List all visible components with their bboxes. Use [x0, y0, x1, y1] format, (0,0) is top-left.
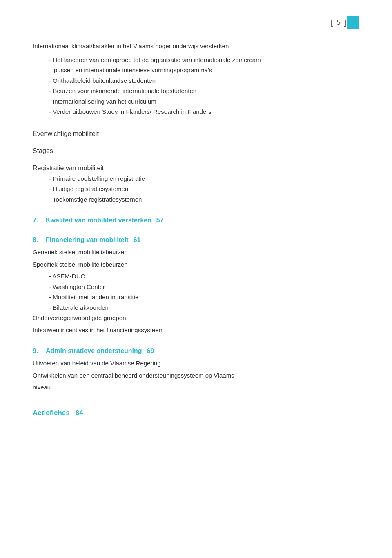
ontwikkelen-systeem-2: niveau [33, 382, 359, 393]
intro-item-3: - Beurzen voor inkomende internationale … [33, 86, 359, 96]
page-number-square [347, 16, 359, 29]
intro-item-1b: pussen en internationale intensieve vorm… [33, 65, 359, 76]
section-stages: Stages [33, 147, 359, 155]
section-8-title: Financiering van mobiliteit [46, 236, 129, 244]
actiefiches-label: Actiefiches 84 [33, 409, 83, 417]
page-header: [ 5 ] [33, 16, 359, 29]
ontwikkelen-systeem: Ontwikkelen van een centraal beheerd ond… [33, 370, 359, 381]
section-9-number: 9. [33, 347, 41, 355]
intro-heading: Internationaal klimaat/karakter in het V… [33, 41, 359, 51]
section-8-pageref: 61 [134, 236, 141, 244]
intro-item-2: - Onthaalbeleid buitenlandse studenten [33, 76, 359, 86]
bilaterale-akkoorden: - Bilaterale akkoorden [33, 302, 359, 313]
intro-item-5: - Verder uitbouwen Study in Flanders/ Re… [33, 107, 359, 117]
section-9: 9. Administratieve ondersteuning 69 [33, 347, 359, 355]
section-registratie: Registratie van mobiliteit [33, 165, 359, 172]
washington-center: - Washington Center [33, 282, 359, 292]
section-7-pageref: 57 [156, 217, 164, 224]
registratie-item-2: - Huidige registratiesystemen [33, 184, 359, 194]
intro-item-1: - Het lanceren van een oproep tot de org… [33, 55, 359, 65]
registratie-item-1: - Primaire doelstelling en registratie [33, 173, 359, 184]
ondervertegenwoordigde: Ondervertegenwoordigde groepen [33, 313, 359, 323]
section-7: 7. Kwaliteit van mobiliteit versterken 5… [33, 217, 359, 224]
generiek-stelsel: Generiek stelsel mobiliteitsbeurzen [33, 247, 359, 258]
uitvoeren-beleid: Uitvoeren van beleid van de Vlaamse Rege… [33, 358, 359, 369]
asem-duo: - ASEM-DUO [33, 271, 359, 282]
main-content: Internationaal klimaat/karakter in het V… [33, 41, 359, 417]
section-evenwichtige: Evenwichtige mobiliteit [33, 130, 359, 138]
specifiek-stelsel: Specifiek stelsel mobiliteitsbeurzen [33, 259, 359, 270]
mobiliteit-landen: - Mobiliteit met landen in transitie [33, 292, 359, 302]
section-9-pageref: 69 [147, 347, 154, 355]
section-7-title: Kwaliteit van mobiliteit versterken [46, 217, 151, 224]
section-8-number: 8. [33, 236, 41, 244]
registratie-item-3: - Toekomstige registratiesystemen [33, 194, 359, 205]
actiefiches-section: Actiefiches 84 [33, 409, 359, 417]
section-7-number: 7. [33, 217, 41, 224]
inbouwen-incentives: Inbouwen incentives in het financierings… [33, 325, 359, 336]
page-number: [ 5 ] [331, 18, 347, 27]
section-8: 8. Financiering van mobiliteit 61 [33, 236, 359, 244]
section-9-title: Administratieve ondersteuning [46, 347, 142, 355]
intro-item-4: - Internationalisering van het curriculu… [33, 96, 359, 107]
page: [ 5 ] Internationaal klimaat/karakter in… [0, 0, 392, 558]
